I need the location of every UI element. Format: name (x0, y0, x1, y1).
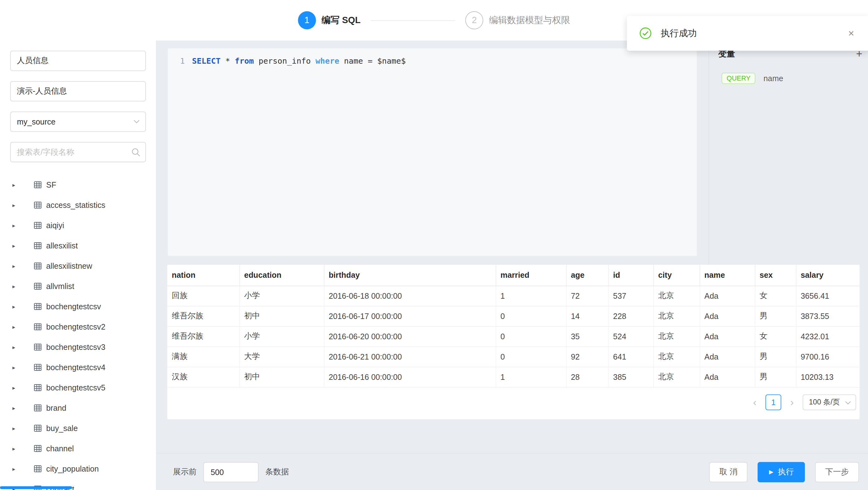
tree-item-SF[interactable]: ▸SF (6, 175, 146, 195)
table-icon (34, 384, 41, 391)
tree-item-allesxilistnew[interactable]: ▸allesxilistnew (6, 256, 146, 276)
step-connector (371, 20, 455, 21)
main-content: 1 SELECT * from person_info where name =… (157, 40, 868, 490)
next-step-button[interactable]: 下一步 (815, 462, 859, 482)
dataset-name-input[interactable] (10, 51, 146, 71)
sql-editor[interactable]: 1 SELECT * from person_info where name =… (167, 48, 698, 256)
table-row: 维吾尔族初中2016-06-17 00:00:00014228北京Ada男387… (167, 306, 860, 326)
table-row: 满族大学2016-06-21 00:00:00092641北京Ada男9700.… (167, 346, 860, 367)
expand-caret-icon[interactable]: ▸ (12, 405, 22, 411)
table-name: bochengtestcsv2 (46, 323, 105, 332)
table-name: bochengtestcsv3 (46, 343, 105, 352)
tree-item-aiqiyi[interactable]: ▸aiqiyi (6, 215, 146, 236)
table-cell: 9700.16 (796, 346, 860, 367)
table-cell: Ada (700, 346, 755, 367)
expand-caret-icon[interactable]: ▸ (12, 222, 22, 228)
results-table: nationeducationbirthdaymarriedageidcityn… (167, 265, 860, 387)
expand-caret-icon[interactable]: ▸ (12, 364, 22, 370)
step-2-edit-model[interactable]: 2 编辑数据模型与权限 (465, 11, 570, 29)
table-cell: 2016-06-21 00:00:00 (324, 346, 496, 367)
expand-caret-icon[interactable]: ▸ (12, 446, 22, 452)
table-name: allesxilist (46, 241, 78, 250)
expand-caret-icon[interactable]: ▸ (12, 466, 22, 472)
expand-caret-icon[interactable]: ▸ (12, 283, 22, 289)
step-1-write-sql[interactable]: 1 编写 SQL (298, 11, 361, 29)
tree-item-bochengtestcsv[interactable]: ▸bochengtestcsv (6, 297, 146, 317)
expand-caret-icon[interactable]: ▸ (12, 202, 22, 208)
close-icon[interactable]: ✕ (845, 27, 857, 40)
expand-caret-icon[interactable]: ▸ (12, 425, 22, 431)
table-cell: 2016-06-17 00:00:00 (324, 306, 496, 326)
table-cell: 汉族 (167, 367, 239, 387)
table-cell: 2016-06-20 00:00:00 (324, 326, 496, 346)
footer-bar: 展示前 条数据 取 消 ▶ 执行 下一步 (157, 453, 868, 490)
table-icon (34, 221, 41, 229)
expand-caret-icon[interactable]: ▸ (12, 324, 22, 330)
table-cell: 3873.55 (796, 306, 860, 326)
expand-caret-icon[interactable]: ▸ (12, 243, 22, 249)
page-size-select[interactable]: 100 条/页 (803, 394, 856, 410)
column-header-id: id (609, 265, 653, 285)
cancel-button[interactable]: 取 消 (710, 462, 748, 482)
table-icon (34, 424, 41, 432)
sql-token: * (221, 57, 235, 65)
tree-item-city_population[interactable]: ▸city_population (6, 459, 146, 479)
tree-item-bochengtestcsv4[interactable]: ▸bochengtestcsv4 (6, 357, 146, 378)
table-icon (34, 282, 41, 290)
variable-row[interactable]: QUERY name (722, 73, 868, 84)
table-cell: 大学 (239, 346, 324, 367)
table-row: 维吾尔族小学2016-06-20 00:00:00035524北京Ada女423… (167, 326, 860, 346)
table-cell: 小学 (239, 285, 324, 306)
table-cell: 北京 (653, 306, 700, 326)
expand-caret-icon[interactable]: ▸ (12, 263, 22, 269)
table-cell: 0 (496, 346, 566, 367)
column-header-nation: nation (167, 265, 239, 285)
table-cell: 14 (566, 306, 608, 326)
expand-caret-icon[interactable]: ▸ (12, 182, 22, 188)
table-cell: Ada (700, 285, 755, 306)
page-number[interactable]: 1 (766, 394, 782, 410)
tree-item-channel[interactable]: ▸channel (6, 438, 146, 459)
expand-caret-icon[interactable]: ▸ (12, 303, 22, 310)
table-icon (34, 262, 41, 270)
table-cell: 641 (609, 346, 653, 367)
table-cell: 1 (496, 285, 566, 306)
prev-page-icon[interactable]: ‹ (748, 394, 761, 410)
sql-code-line: 1 SELECT * from person_info where name =… (168, 49, 697, 65)
table-icon (34, 181, 41, 189)
tree-item-allesxilist[interactable]: ▸allesxilist (6, 236, 146, 256)
table-icon (34, 323, 41, 331)
tree-item-access_statistics[interactable]: ▸access_statistics (6, 195, 146, 215)
table-cell: 92 (566, 346, 608, 367)
table-name: buy_sale (46, 424, 78, 433)
expand-caret-icon[interactable]: ▸ (12, 344, 22, 350)
tree-item-bochengtestcsv2[interactable]: ▸bochengtestcsv2 (6, 317, 146, 337)
tree-item-bochengtestcsv5[interactable]: ▸bochengtestcsv5 (6, 378, 146, 398)
tree-item-bochengtestcsv3[interactable]: ▸bochengtestcsv3 (6, 337, 146, 357)
tree-item-buy_sale[interactable]: ▸buy_sale (6, 418, 146, 438)
table-icon (34, 363, 41, 371)
column-header-birthday: birthday (324, 265, 496, 285)
step-2-number: 2 (465, 11, 483, 29)
row-limit-input[interactable] (204, 462, 259, 482)
table-cell: 2016-06-16 00:00:00 (324, 367, 496, 387)
dataset-display-name-input[interactable] (10, 81, 146, 101)
next-page-icon[interactable]: › (786, 394, 799, 410)
table-icon (34, 242, 41, 249)
execute-button[interactable]: ▶ 执行 (758, 462, 805, 482)
table-cell: 满族 (167, 346, 239, 367)
column-header-salary: salary (796, 265, 860, 285)
sql-token: SELECT (192, 57, 221, 65)
variables-panel: 变量 + QUERY name (709, 40, 868, 265)
source-select[interactable]: my_source (10, 112, 146, 132)
tree-item-allvmlist[interactable]: ▸allvmlist (6, 276, 146, 297)
table-cell: Ada (700, 326, 755, 346)
table-cell: 男 (755, 367, 796, 387)
scrollbar-thumb[interactable] (0, 486, 72, 489)
search-input[interactable] (10, 142, 146, 162)
table-cell: 28 (566, 367, 608, 387)
page-size-value: 100 条/页 (809, 397, 840, 407)
table-icon (34, 465, 41, 472)
expand-caret-icon[interactable]: ▸ (12, 385, 22, 391)
tree-item-brand[interactable]: ▸brand (6, 398, 146, 418)
